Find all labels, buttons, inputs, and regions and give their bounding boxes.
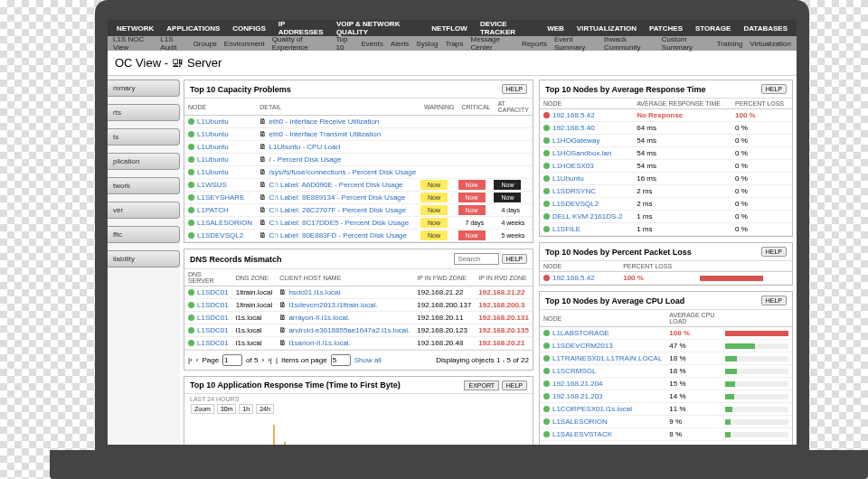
subnav-item[interactable]: Events bbox=[361, 40, 382, 48]
pager-first[interactable]: |‹ bbox=[188, 356, 193, 364]
app-response-range: LAST 24 HOURS bbox=[184, 394, 533, 404]
subnav-item[interactable]: Message Center bbox=[471, 35, 514, 52]
response-title: Top 10 Nodes by Average Response Time bbox=[545, 85, 706, 94]
topnav-item[interactable]: WEB bbox=[542, 23, 570, 34]
laptop-frame: NETWORKAPPLICATIONSCONFIGSIP ADDRESSESVO… bbox=[95, 0, 809, 479]
subnav-item[interactable]: L1S Audit bbox=[160, 35, 185, 52]
subnav-item[interactable]: Training bbox=[717, 40, 743, 48]
topnav-item[interactable]: VIRTUALIZATION bbox=[571, 23, 642, 34]
dns-title: DNS Records Mismatch bbox=[190, 255, 282, 264]
sidebar-tab[interactable]: twork bbox=[108, 177, 180, 194]
capacity-table: NODEDETAILWARNINGCRITICALAT CAPACITYL1Ub… bbox=[184, 99, 533, 242]
server-icon: 🖳 bbox=[172, 56, 184, 70]
laptop-base bbox=[50, 450, 868, 479]
subnav-item[interactable]: Virtualization bbox=[750, 40, 791, 48]
zoom-30m[interactable]: 30m bbox=[217, 404, 237, 414]
cpu-title: Top 10 Nodes by Average CPU Load bbox=[545, 296, 684, 305]
dns-pager: |‹ ‹ Page of 5 › ›| | Items on page Show… bbox=[184, 350, 533, 370]
topnav-item[interactable]: STORAGE bbox=[690, 23, 736, 34]
subnav-item[interactable]: Top 10 bbox=[336, 35, 354, 52]
page-title: Server bbox=[187, 56, 222, 70]
sidebar-tab[interactable]: mmary bbox=[108, 80, 180, 97]
packet-table: NODEPERCENT LOSS192.168.5.42100 % bbox=[540, 261, 792, 285]
top-nav: NETWORKAPPLICATIONSCONFIGSIP ADDRESSESVO… bbox=[108, 20, 797, 36]
page-title-prefix: OC View - bbox=[115, 56, 168, 70]
sidebar-tab[interactable]: ilability bbox=[108, 250, 180, 268]
subnav-item[interactable]: thwack Community bbox=[604, 35, 655, 52]
topnav-item[interactable]: APPLICATIONS bbox=[161, 23, 225, 34]
help-button[interactable]: HELP bbox=[761, 247, 787, 257]
subnav-item[interactable]: Alerts bbox=[391, 40, 409, 48]
subnav-item[interactable]: Event Summary bbox=[554, 35, 597, 52]
pager-last[interactable]: ›| bbox=[268, 356, 272, 364]
cpu-load-widget: Top 10 Nodes by Average CPU Load HELP NO… bbox=[539, 291, 793, 445]
help-button[interactable]: HELP bbox=[761, 84, 787, 94]
packet-title: Top 10 Nodes by Percent Packet Loss bbox=[545, 248, 692, 257]
cpu-table: NODEAVERAGE CPU LOADL1LABSTORAGE108 %L1S… bbox=[540, 310, 792, 441]
dns-table: DNS SERVERDNS ZONECLIENT HOST NAMEIP IN … bbox=[184, 269, 533, 350]
page-title-bar: OC View - 🖳 Server bbox=[108, 51, 797, 76]
capacity-title: Top 10 Capacity Problems bbox=[190, 85, 291, 94]
dns-widget: DNS Records Mismatch HELP DNS SERVERDNS … bbox=[184, 249, 533, 371]
sidebar-tab[interactable]: ffic bbox=[108, 226, 180, 243]
subnav-item[interactable]: Syslog bbox=[416, 40, 438, 48]
export-button[interactable]: EXPORT bbox=[464, 380, 499, 390]
subnav-item[interactable]: Groups bbox=[193, 40, 217, 48]
zoom-controls: Zoom 30m 1h 24h bbox=[184, 404, 533, 414]
response-time-widget: Top 10 Nodes by Average Response Time HE… bbox=[539, 80, 793, 237]
help-button[interactable]: HELP bbox=[761, 296, 787, 305]
topnav-item[interactable]: PATCHES bbox=[644, 23, 688, 34]
subnav-item[interactable]: L1S NOC View bbox=[113, 35, 153, 52]
sidebar-tab[interactable]: plication bbox=[108, 153, 180, 170]
pager-page-input[interactable] bbox=[222, 354, 242, 366]
pager-next[interactable]: › bbox=[261, 356, 264, 364]
sidebar: mmaryrtstsplicationtworkverfficilability bbox=[108, 76, 180, 445]
topnav-item[interactable]: DATABASES bbox=[738, 23, 793, 34]
pager-items-input[interactable] bbox=[331, 354, 351, 366]
subnav-item[interactable]: Traps bbox=[445, 40, 463, 48]
subnav-item[interactable]: Reports bbox=[522, 40, 547, 48]
response-table: NODEAVERAGE RESPONSE TIMEPERCENT LOSS192… bbox=[540, 99, 792, 236]
zoom-24h[interactable]: 24h bbox=[256, 404, 274, 414]
help-button[interactable]: HELP bbox=[502, 84, 527, 94]
subnav-item[interactable]: Environment bbox=[224, 40, 265, 48]
app-response-title: Top 10 Application Response Time (Time t… bbox=[190, 380, 401, 390]
packet-loss-widget: Top 10 Nodes by Percent Packet Loss HELP… bbox=[539, 242, 793, 286]
zoom-1h[interactable]: 1h bbox=[239, 404, 253, 414]
pager-showall[interactable]: Show all bbox=[354, 356, 382, 364]
capacity-widget: Top 10 Capacity Problems HELP NODEDETAIL… bbox=[184, 80, 533, 243]
sub-nav: L1S NOC ViewL1S AuditGroupsEnvironmentQu… bbox=[108, 36, 797, 51]
subnav-item[interactable]: Quality of Experience bbox=[272, 35, 329, 52]
help-button[interactable]: HELP bbox=[502, 380, 527, 390]
sidebar-tab[interactable]: ver bbox=[108, 202, 180, 219]
sidebar-tab[interactable]: rts bbox=[108, 104, 180, 121]
topnav-item[interactable]: NETWORK bbox=[111, 23, 159, 34]
topnav-item[interactable]: NETFLOW bbox=[426, 23, 473, 34]
main-area: Top 10 Capacity Problems HELP NODEDETAIL… bbox=[180, 76, 797, 445]
screen: NETWORKAPPLICATIONSCONFIGSIP ADDRESSESVO… bbox=[108, 20, 797, 445]
topnav-item[interactable]: CONFIGS bbox=[227, 23, 270, 34]
app-response-widget: Top 10 Application Response Time (Time t… bbox=[184, 376, 533, 445]
subnav-item[interactable]: Custom Summary bbox=[662, 35, 710, 52]
pager-prev[interactable]: ‹ bbox=[196, 356, 199, 364]
pager-display: Displaying objects 1 - 5 of 22 bbox=[436, 356, 529, 364]
help-button[interactable]: HELP bbox=[502, 254, 527, 264]
app-response-chart bbox=[188, 418, 529, 445]
dns-search-input[interactable] bbox=[454, 253, 499, 265]
sidebar-tab[interactable]: ts bbox=[108, 128, 180, 146]
